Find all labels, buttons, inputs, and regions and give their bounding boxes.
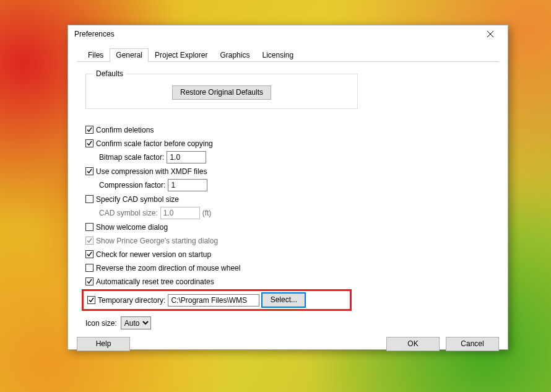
help-button[interactable]: Help xyxy=(77,337,130,351)
label-confirm-scale: Confirm scale factor before copying xyxy=(96,139,213,148)
select-directory-button[interactable]: Select... xyxy=(262,293,305,307)
close-button[interactable] xyxy=(477,25,504,43)
tab-page-general: Defaults Restore Original Defaults Confi… xyxy=(77,62,499,329)
label-confirm-deletions: Confirm deletions xyxy=(96,126,154,134)
titlebar: Preferences xyxy=(68,25,508,43)
label-newer-version: Check for newer version on startup xyxy=(96,250,211,259)
tab-general[interactable]: General xyxy=(110,48,149,62)
defaults-group: Defaults Restore Original Defaults xyxy=(85,69,358,109)
options-list: Confirm deletions Confirm scale factor b… xyxy=(85,124,492,329)
checkbox-prince-george xyxy=(85,237,93,245)
ok-button[interactable]: OK xyxy=(386,337,440,351)
label-prince-george: Show Prince George's starting dialog xyxy=(96,237,218,245)
restore-defaults-button[interactable]: Restore Original Defaults xyxy=(172,85,271,100)
label-reverse-zoom: Reverse the zoom direction of mouse whee… xyxy=(96,264,240,272)
checkbox-newer-version[interactable] xyxy=(85,250,93,258)
window-title: Preferences xyxy=(74,30,477,38)
defaults-legend: Defaults xyxy=(93,69,126,78)
checkbox-cad[interactable] xyxy=(85,195,93,203)
close-icon xyxy=(487,31,493,37)
checkbox-confirm-scale[interactable] xyxy=(85,139,93,147)
input-compression[interactable] xyxy=(168,179,207,191)
label-xmdf: Use compression with XMDF files xyxy=(96,167,207,176)
label-cad-size: CAD symbol size: xyxy=(99,209,158,217)
label-icon-size: Icon size: xyxy=(85,319,117,328)
cancel-button[interactable]: Cancel xyxy=(446,337,499,351)
preferences-dialog: Preferences Files General Project Explor… xyxy=(67,25,508,350)
input-bitmap-scale[interactable] xyxy=(167,151,206,163)
label-welcome: Show welcome dialog xyxy=(96,223,168,232)
dialog-footer: Help OK Cancel xyxy=(68,337,508,360)
tab-bar: Files General Project Explorer Graphics … xyxy=(77,48,499,62)
checkbox-confirm-deletions[interactable] xyxy=(85,126,93,134)
checkbox-xmdf[interactable] xyxy=(85,167,93,175)
label-cad-unit: (ft) xyxy=(202,209,212,217)
dialog-body: Files General Project Explorer Graphics … xyxy=(68,43,508,337)
input-cad-size xyxy=(160,207,200,219)
label-cad: Specify CAD symbol size xyxy=(96,195,179,204)
checkbox-temp-directory[interactable] xyxy=(87,296,95,304)
label-temp-directory: Temporary directory: xyxy=(98,296,165,305)
input-temp-directory[interactable] xyxy=(168,294,259,307)
select-icon-size[interactable]: Auto xyxy=(121,316,151,329)
tab-graphics[interactable]: Graphics xyxy=(214,48,256,62)
tab-licensing[interactable]: Licensing xyxy=(256,48,300,62)
checkbox-reverse-zoom[interactable] xyxy=(85,264,93,272)
tab-project-explorer[interactable]: Project Explorer xyxy=(149,48,214,62)
label-bitmap-scale: Bitmap scale factor: xyxy=(99,153,164,162)
temp-directory-row: Temporary directory: Select... xyxy=(82,289,352,311)
checkbox-welcome[interactable] xyxy=(85,223,93,231)
label-auto-reset: Automatically reset tree coordinates xyxy=(96,277,214,286)
label-compression: Compression factor: xyxy=(99,181,165,189)
tab-files[interactable]: Files xyxy=(82,48,110,62)
checkbox-auto-reset[interactable] xyxy=(85,277,93,285)
